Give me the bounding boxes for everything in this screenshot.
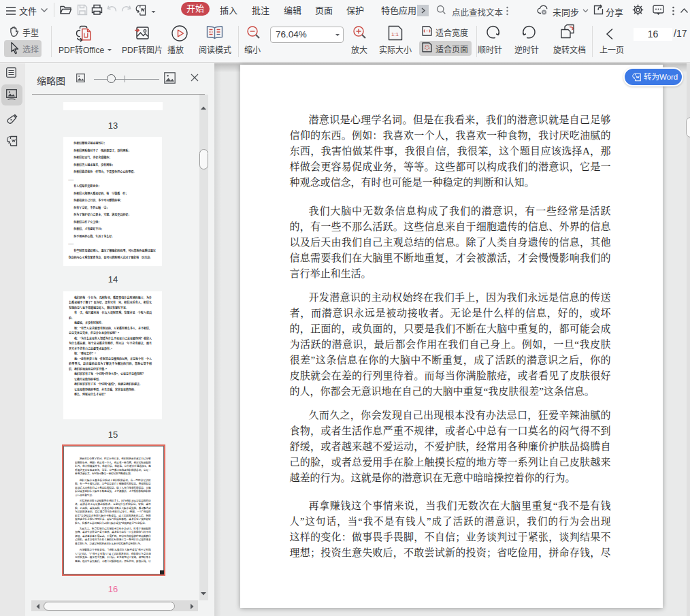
svg-text:1:1: 1:1	[391, 31, 399, 37]
